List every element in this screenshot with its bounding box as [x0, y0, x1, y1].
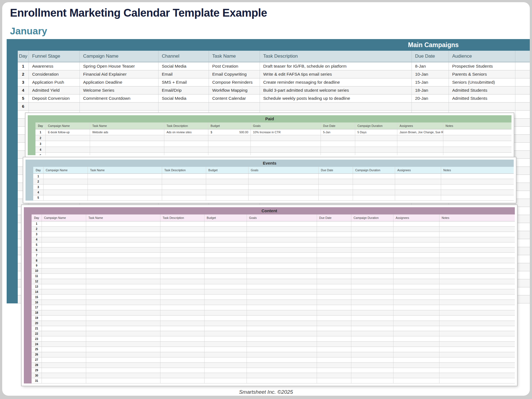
cell-assignees	[395, 185, 441, 190]
cell-task-description: Create reminder messaging for deadline	[260, 78, 412, 86]
cell-notes	[439, 305, 515, 310]
cell-campaign-name	[46, 141, 90, 147]
cell-day: 2	[35, 135, 46, 141]
col-campaign-name: Campaign Name	[42, 214, 86, 221]
cell-day: 10	[32, 268, 42, 273]
cell-clipped	[515, 287, 530, 295]
cell-goals	[247, 268, 317, 273]
cell-campaign-duration	[351, 242, 393, 247]
cell-notes	[443, 153, 511, 155]
cell-clipped	[515, 239, 530, 247]
cell-campaign-name	[42, 268, 86, 273]
cell-clipped	[515, 167, 530, 175]
cell-campaign-duration	[351, 263, 393, 268]
cell-notes	[439, 284, 515, 289]
cell-goals	[249, 179, 319, 184]
cell-due-date	[317, 237, 351, 242]
cell-task-description	[162, 179, 206, 184]
cell-task-description	[160, 232, 204, 237]
cell-day: 5	[33, 195, 44, 200]
cell-task-description: Draft teaser for IG/FB, schedule on plat…	[260, 62, 412, 70]
cell-task-description	[162, 195, 206, 200]
cell-day: 6	[18, 103, 29, 110]
cell-campaign-name	[42, 258, 86, 263]
col-budget: Budget	[208, 122, 251, 129]
cell-task-description	[160, 357, 204, 362]
cell-goals	[247, 342, 317, 347]
cell-notes	[439, 347, 515, 352]
col-budget: Budget	[206, 167, 249, 173]
cell-assignees	[393, 373, 439, 378]
content-row: 25	[32, 347, 515, 352]
cell-audience: Seniors (Unsubmitted)	[449, 78, 515, 86]
month-heading: January	[10, 25, 47, 37]
col-task-description: Task Description	[162, 167, 206, 173]
cell-task-description	[160, 242, 204, 247]
cell-goals	[247, 263, 317, 268]
cell-day: 26	[32, 352, 42, 357]
content-band-title: Content	[24, 207, 515, 214]
content-row: 17	[32, 305, 515, 310]
cell-due-date	[321, 135, 355, 141]
cell-notes	[439, 263, 515, 268]
cell-notes	[439, 221, 515, 226]
cell-task-description	[160, 378, 204, 383]
cell-due-date	[317, 331, 351, 336]
cell-due-date	[319, 174, 353, 179]
cell-assignees	[393, 242, 439, 247]
cell-campaign-name	[44, 174, 88, 179]
cell-notes	[439, 258, 515, 263]
cell-channel: Email	[158, 70, 209, 78]
main-campaigns-row: 3Application PushApplication DeadlineSMS…	[18, 78, 530, 86]
cell-task-name	[86, 310, 160, 315]
cell-budget	[204, 279, 247, 284]
cell-campaign-duration	[351, 274, 393, 279]
cell-campaign-name	[42, 242, 86, 247]
paid-band-title: Paid	[28, 115, 511, 122]
cell-channel: Social Media	[158, 62, 209, 70]
cell-task-description	[160, 316, 204, 321]
paid-rows: 1E-book follow-upWebsite adsAds on revie…	[35, 129, 511, 155]
cell-budget	[204, 263, 247, 268]
cell-campaign-duration	[353, 174, 395, 179]
cell-assignees	[393, 289, 439, 294]
cell-campaign-name	[42, 316, 86, 321]
cell-notes	[439, 342, 515, 347]
cell-task-name	[86, 295, 160, 300]
content-row: 11	[32, 274, 515, 279]
cell-assignees	[393, 347, 439, 352]
cell-task-description	[160, 336, 204, 341]
cell-assignees	[393, 232, 439, 237]
cell-due-date	[319, 185, 353, 190]
col-task-description: Task Description	[260, 51, 412, 62]
cell-clipped	[515, 279, 530, 287]
cell-budget	[206, 195, 249, 200]
cell-goals	[247, 373, 317, 378]
col-notes: Notes	[439, 214, 515, 221]
content-row: 24	[32, 342, 515, 347]
cell-campaign-duration	[351, 253, 393, 258]
cell-funnel-stage: Deposit Conversion	[29, 94, 80, 102]
cell-campaign-name	[42, 321, 86, 326]
cell-task-name	[86, 305, 160, 310]
col-notes: Notes	[441, 167, 514, 173]
cell-assignees	[393, 258, 439, 263]
cell-due-date	[317, 326, 351, 331]
cell-assignees	[397, 147, 443, 152]
cell-audience: Admitted Students	[449, 86, 515, 94]
cell-task-description	[162, 174, 206, 179]
cell-day: 27	[32, 357, 42, 362]
content-row: 10	[32, 268, 515, 274]
col-campaign-duration: Campaign Duration	[355, 122, 397, 129]
cell-goals	[251, 147, 321, 152]
cell-notes	[439, 289, 515, 294]
cell-assignees	[393, 352, 439, 357]
cell-clipped	[515, 159, 530, 167]
cell-due-date	[317, 284, 351, 289]
content-row: 12	[32, 279, 515, 284]
cell-task-name: Compose Reminders	[209, 78, 260, 86]
main-campaigns-row: 5Deposit ConversionCommitment CountdownS…	[18, 94, 530, 103]
cell-task-name	[86, 279, 160, 284]
content-row: 22	[32, 331, 515, 336]
cell-task-name: Post Creation	[209, 62, 260, 70]
